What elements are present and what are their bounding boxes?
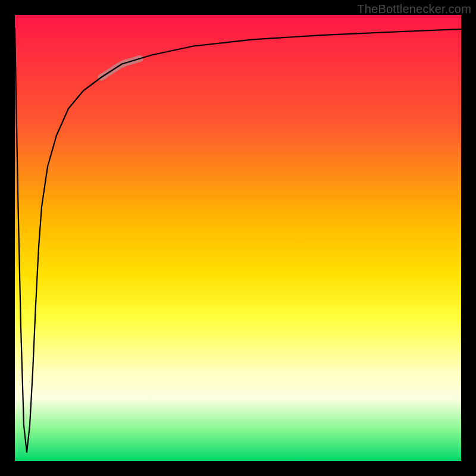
chart-frame: TheBottlenecker.com — [0, 0, 476, 476]
bottleneck-curve — [15, 29, 461, 453]
attribution-label: TheBottlenecker.com — [357, 2, 471, 16]
curve-layer — [15, 15, 461, 461]
highlighted-segment — [101, 59, 140, 78]
